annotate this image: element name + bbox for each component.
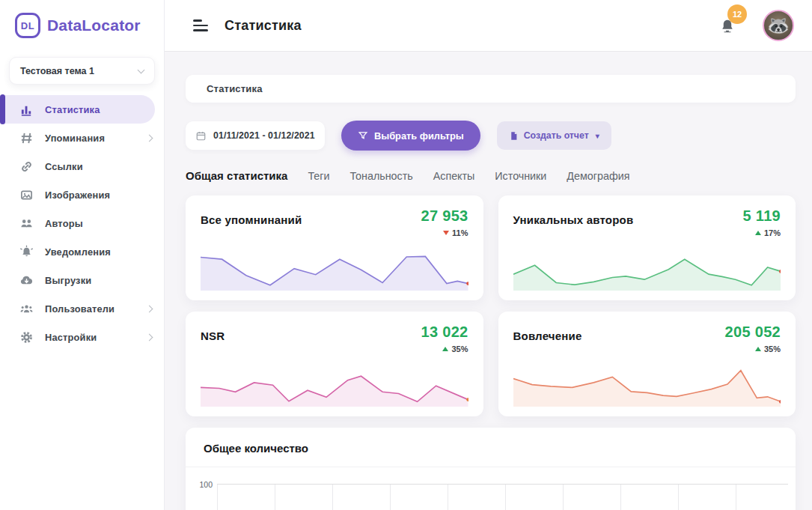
brand-logo: DL DataLocator — [0, 0, 164, 49]
toolbar: 01/11/2021 - 01/12/2021 Выбрать фильтры … — [186, 121, 796, 151]
chevron-right-icon — [146, 134, 153, 142]
tab-demography[interactable]: Демография — [567, 170, 629, 182]
sidebar-item-settings[interactable]: Настройки — [0, 323, 164, 351]
stat-card-change: 11% — [421, 228, 468, 237]
stat-card-change: 35% — [725, 344, 781, 353]
tab-tags[interactable]: Теги — [308, 170, 329, 182]
trend-arrow-icon — [755, 347, 761, 351]
total-count-card: Общее количество 100 — [186, 428, 796, 510]
sidebar-item-exports[interactable]: Выгрузки — [0, 266, 164, 294]
stat-card-change-value: 35% — [451, 344, 468, 353]
funnel-icon — [358, 130, 368, 141]
sidebar-item-authors[interactable]: Авторы — [0, 209, 164, 237]
document-icon — [509, 131, 519, 141]
user-group-icon — [19, 302, 34, 316]
sidebar-item-mentions[interactable]: Упоминания — [0, 124, 164, 152]
stat-card-change-value: 35% — [764, 344, 781, 353]
stat-card-value: 27 953 — [421, 207, 468, 225]
tab-sources[interactable]: Источники — [495, 170, 546, 182]
chevron-right-icon — [146, 305, 153, 312]
brand-logo-name: DataLocator — [47, 16, 141, 34]
avatar[interactable]: 🦝 — [763, 10, 794, 41]
date-range-value: 01/11/2021 - 01/12/2021 — [213, 130, 315, 141]
menu-toggle-icon[interactable] — [193, 19, 210, 31]
stat-card-engagement: Вовлечение 205 052 35% — [498, 312, 796, 416]
trend-arrow-icon — [443, 231, 449, 235]
theme-selector[interactable]: Тестовая тема 1 — [9, 57, 155, 85]
sidebar-item-users[interactable]: Пользователи — [0, 294, 164, 323]
sidebar-item-label: Выгрузки — [45, 275, 91, 286]
stat-card-nsr: NSR 13 022 35% — [186, 312, 483, 416]
sidebar-item-links[interactable]: Ссылки — [0, 152, 164, 180]
main-area: Статистика 12 🦝 Статистика 01/11/2021 - … — [165, 0, 812, 510]
tabs: Общая статистика Теги Тональность Аспект… — [186, 169, 796, 182]
theme-selector-value: Тестовая тема 1 — [20, 66, 94, 76]
page-title: Статистика — [225, 18, 302, 34]
content: Статистика 01/11/2021 - 01/12/2021 Выбра… — [165, 51, 812, 510]
bell-ring-icon — [19, 245, 34, 259]
sidebar-item-label: Изображения — [45, 189, 110, 201]
cloud-download-icon — [19, 273, 34, 288]
notification-badge: 12 — [727, 4, 747, 24]
select-filters-label: Выбрать фильтры — [374, 130, 464, 142]
brand-logo-mark: DL — [15, 13, 40, 38]
sidebar-item-label: Ссылки — [45, 161, 83, 172]
tab-general-statistics[interactable]: Общая статистика — [186, 169, 287, 182]
total-count-title: Общее количество — [204, 442, 308, 455]
hashtag-icon — [19, 131, 34, 145]
stat-card-change-value: 11% — [452, 228, 468, 237]
sidebar-item-statistics[interactable]: Статистика — [0, 95, 164, 124]
stat-card-change: 17% — [743, 228, 781, 237]
notifications-button[interactable]: 12 — [719, 17, 736, 38]
sparkline-chart — [513, 244, 781, 291]
stat-card-change-value: 17% — [764, 228, 781, 237]
create-report-button[interactable]: Создать отчет ▾ — [497, 121, 611, 150]
stat-card-unique-authors: Уникальных авторов 5 119 17% — [498, 195, 796, 300]
sidebar-item-label: Статистика — [45, 104, 100, 115]
sparkline-chart — [201, 360, 468, 407]
chevron-down-icon — [138, 66, 145, 73]
stat-card-change: 35% — [421, 344, 468, 353]
sidebar-menu: Статистика Упоминания Ссылки Изображения — [0, 95, 164, 351]
sidebar-item-label: Настройки — [45, 332, 97, 343]
y-axis-tick: 100 — [196, 480, 217, 510]
sidebar-item-notifications[interactable]: Уведомления — [0, 237, 164, 266]
image-icon — [19, 188, 34, 202]
total-count-chart: 100 — [186, 467, 796, 510]
breadcrumb: Статистика — [186, 75, 796, 103]
sparkline-chart — [513, 360, 781, 407]
trend-arrow-icon — [442, 347, 448, 351]
users-icon — [19, 216, 34, 231]
sidebar: DL DataLocator Тестовая тема 1 Статистик… — [0, 0, 165, 510]
sidebar-item-label: Упоминания — [45, 133, 105, 144]
stat-card-value: 5 119 — [743, 207, 781, 225]
stat-card-title: Уникальных авторов — [513, 213, 781, 226]
tab-aspects[interactable]: Аспекты — [433, 170, 475, 182]
stat-card-value: 13 022 — [421, 324, 468, 341]
topbar: Статистика 12 🦝 — [165, 0, 812, 51]
trend-arrow-icon — [755, 231, 761, 235]
chevron-right-icon — [146, 333, 153, 341]
stat-card-all-mentions: Все упомнинаний 27 953 11% — [186, 195, 483, 300]
gear-icon — [19, 330, 34, 344]
tab-tonality[interactable]: Тональность — [350, 170, 413, 182]
link-icon — [19, 160, 34, 174]
calendar-icon — [195, 130, 207, 142]
sparkline-chart — [201, 244, 468, 291]
sidebar-item-label: Уведомления — [45, 246, 111, 258]
select-filters-button[interactable]: Выбрать фильтры — [341, 121, 480, 151]
stat-cards: Все упомнинаний 27 953 11% Уникальных ав… — [186, 195, 796, 416]
sidebar-item-label: Авторы — [45, 218, 83, 229]
chart-grid — [217, 484, 788, 510]
sidebar-item-images[interactable]: Изображения — [0, 180, 164, 209]
breadcrumb-label: Статистика — [207, 83, 263, 94]
caret-down-icon: ▾ — [596, 132, 599, 140]
stat-card-value: 205 052 — [725, 324, 781, 341]
bar-chart-icon — [19, 103, 34, 117]
create-report-label: Создать отчет — [524, 130, 589, 141]
date-range-input[interactable]: 01/11/2021 - 01/12/2021 — [186, 121, 325, 150]
sidebar-item-label: Пользователи — [45, 303, 115, 315]
